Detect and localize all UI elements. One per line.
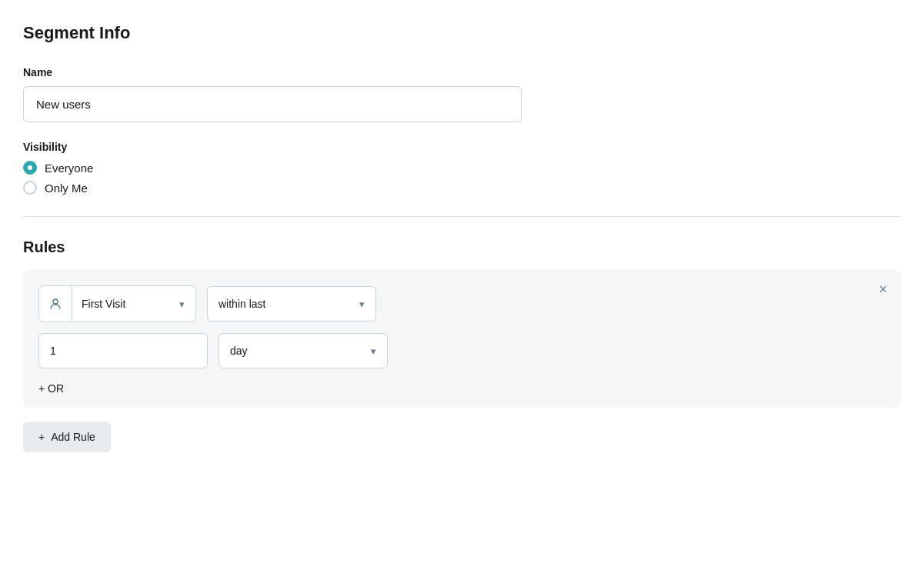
page-title: Segment Info bbox=[23, 23, 901, 43]
rules-title: Rules bbox=[23, 238, 901, 256]
visibility-everyone-option[interactable]: Everyone bbox=[23, 161, 901, 175]
name-input[interactable] bbox=[23, 86, 522, 122]
add-icon: + bbox=[38, 431, 45, 443]
chevron-down-icon: ▾ bbox=[371, 345, 376, 357]
user-icon bbox=[39, 286, 72, 322]
condition-dropdown-value: within last bbox=[218, 298, 265, 310]
period-dropdown-value: day bbox=[230, 345, 248, 357]
rules-section: Rules × First Visit ▾ within last bbox=[23, 238, 901, 452]
rule-row-top: First Visit ▾ within last ▾ bbox=[38, 285, 886, 322]
rule-card: × First Visit ▾ within last ▾ bbox=[23, 270, 901, 408]
svg-point-0 bbox=[53, 299, 58, 304]
close-rule-button[interactable]: × bbox=[876, 281, 890, 298]
visibility-everyone-radio[interactable] bbox=[23, 161, 37, 175]
rule-row-bottom: day ▾ bbox=[38, 333, 886, 368]
visibility-label: Visibility bbox=[23, 141, 901, 153]
event-dropdown-value: First Visit ▾ bbox=[72, 286, 195, 322]
section-divider bbox=[23, 216, 901, 217]
visibility-only-me-label: Only Me bbox=[45, 182, 88, 195]
name-section: Name bbox=[23, 66, 901, 122]
visibility-only-me-radio[interactable] bbox=[23, 181, 37, 195]
event-dropdown[interactable]: First Visit ▾ bbox=[38, 285, 196, 322]
chevron-down-icon: ▾ bbox=[179, 298, 185, 310]
period-dropdown[interactable]: day ▾ bbox=[218, 333, 388, 368]
chevron-down-icon: ▾ bbox=[359, 298, 365, 310]
visibility-only-me-option[interactable]: Only Me bbox=[23, 181, 901, 195]
add-rule-button[interactable]: + Add Rule bbox=[23, 422, 111, 452]
number-input[interactable] bbox=[38, 333, 208, 368]
visibility-section: Visibility Everyone Only Me bbox=[23, 141, 901, 195]
or-link[interactable]: + OR bbox=[38, 382, 64, 395]
name-label: Name bbox=[23, 66, 901, 78]
condition-dropdown[interactable]: within last ▾ bbox=[207, 286, 376, 322]
add-rule-label: Add Rule bbox=[51, 431, 95, 443]
visibility-everyone-label: Everyone bbox=[45, 162, 93, 175]
visibility-radio-group: Everyone Only Me bbox=[23, 161, 901, 195]
